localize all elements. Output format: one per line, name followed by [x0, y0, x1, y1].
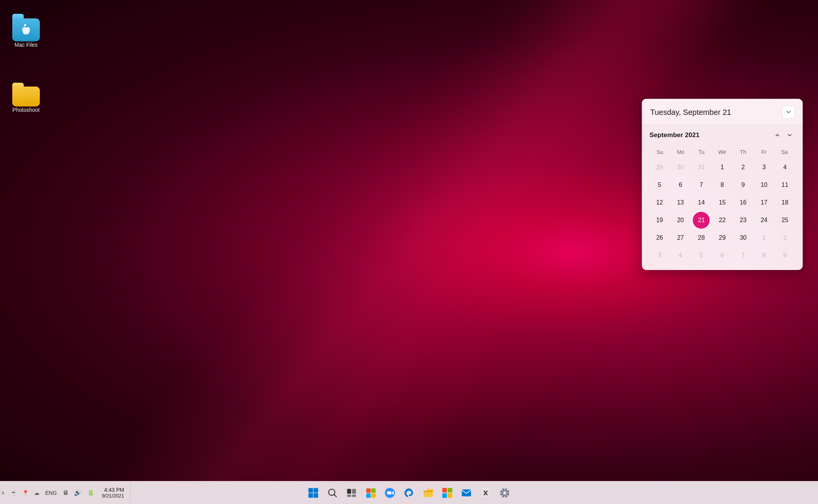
calendar-day[interactable]: 5: [651, 177, 668, 193]
calendar-day[interactable]: 4: [672, 247, 689, 264]
task-view-button[interactable]: [343, 484, 360, 501]
calendar-day[interactable]: 12: [651, 194, 668, 211]
calendar-day[interactable]: 8: [714, 177, 731, 193]
calendar-day[interactable]: 20: [672, 212, 689, 229]
svg-rect-6: [347, 489, 351, 494]
calendar-header: Tuesday, September 21: [642, 99, 803, 124]
photoshoot-folder-image: [12, 83, 40, 106]
svg-point-24: [503, 491, 507, 494]
edge-icon: [404, 488, 414, 498]
weekday-we: We: [712, 147, 733, 157]
unknown-app-button[interactable]: [477, 484, 494, 501]
calendar-day[interactable]: 25: [777, 212, 793, 229]
calendar-day[interactable]: 10: [756, 177, 772, 193]
svg-line-5: [334, 494, 337, 497]
svg-rect-16: [424, 491, 433, 492]
tray-overflow-button[interactable]: ∧: [0, 489, 6, 496]
system-tray: ∧ ☕ 📍 ☁ ENG 🖥 🔊 🔋 4:43 PM 9/21/2021: [0, 484, 133, 501]
weekday-sa: Sa: [774, 147, 795, 157]
calendar-next-button[interactable]: [784, 130, 795, 141]
calendar-expand-button[interactable]: [782, 106, 795, 119]
calendar-day[interactable]: 7: [693, 177, 710, 193]
weekday-th: Th: [733, 147, 753, 157]
chevron-up-icon: [775, 133, 780, 137]
start-button[interactable]: [305, 484, 322, 501]
calendar-day[interactable]: 30: [735, 229, 752, 246]
calendar-day[interactable]: 17: [756, 194, 772, 211]
mac-files-label: Mac Files: [15, 41, 38, 48]
calendar-day[interactable]: 15: [714, 194, 731, 211]
tray-battery-icon[interactable]: 🔋: [86, 488, 96, 497]
app-icon: [480, 488, 491, 498]
microsoft-store-icon: [442, 488, 453, 498]
calendar-month-title: September 2021: [649, 131, 699, 139]
task-view-icon: [346, 488, 357, 498]
mac-files-icon[interactable]: Mac Files: [7, 11, 45, 51]
calendar-day-today[interactable]: 21: [693, 212, 710, 229]
calendar-day[interactable]: 2: [777, 229, 793, 246]
svg-rect-12: [366, 493, 371, 498]
calendar-day[interactable]: 28: [693, 229, 710, 246]
mail-icon: [461, 488, 472, 498]
file-explorer-button[interactable]: [420, 484, 437, 501]
calendar-day[interactable]: 6: [672, 177, 689, 193]
tray-display-icon[interactable]: 🖥: [61, 489, 70, 497]
svg-rect-1: [314, 488, 318, 493]
svg-rect-11: [371, 488, 376, 493]
calendar-prev-button[interactable]: [772, 130, 783, 141]
calendar-day[interactable]: 23: [735, 212, 752, 229]
calendar-grid: Su Mo Tu We Th Fr Sa 29 30 31 1 2 3: [649, 147, 795, 264]
calendar-day[interactable]: 6: [714, 247, 731, 264]
calendar-day[interactable]: 7: [735, 247, 752, 264]
settings-button[interactable]: [496, 484, 513, 501]
language-indicator[interactable]: ENG: [44, 489, 58, 497]
svg-rect-20: [448, 493, 452, 498]
clock-area[interactable]: 4:43 PM 9/21/2021: [99, 487, 127, 499]
windows-logo-icon: [308, 488, 319, 498]
calendar-day[interactable]: 11: [777, 177, 793, 193]
clock-time: 4:43 PM: [104, 487, 124, 493]
microsoft-365-button[interactable]: [362, 484, 379, 501]
photoshoot-icon[interactable]: Photoshoot: [7, 80, 45, 116]
calendar-day[interactable]: 29: [651, 159, 668, 176]
tray-cloud-icon[interactable]: ☁: [33, 489, 41, 497]
calendar-month-nav: September 2021: [649, 130, 795, 141]
calendar-day[interactable]: 26: [651, 229, 668, 246]
mail-button[interactable]: [458, 484, 475, 501]
calendar-day[interactable]: 1: [756, 229, 772, 246]
calendar-day[interactable]: 22: [714, 212, 731, 229]
chevron-down-nav-icon: [787, 133, 792, 137]
svg-rect-17: [442, 488, 447, 493]
calendar-day[interactable]: 5: [693, 247, 710, 264]
calendar-day[interactable]: 24: [756, 212, 772, 229]
calendar-day[interactable]: 18: [777, 194, 793, 211]
calendar-day[interactable]: 8: [756, 247, 772, 264]
calendar-day[interactable]: 16: [735, 194, 752, 211]
calendar-day[interactable]: 9: [735, 177, 752, 193]
zoom-button[interactable]: [381, 484, 398, 501]
calendar-day[interactable]: 4: [777, 159, 793, 176]
calendar-day[interactable]: 30: [672, 159, 689, 176]
svg-rect-7: [352, 489, 356, 494]
tray-app-icon[interactable]: ☕: [9, 489, 18, 497]
calendar-day[interactable]: 3: [651, 247, 668, 264]
tray-volume-icon[interactable]: 🔊: [73, 488, 83, 497]
show-desktop-button[interactable]: [130, 484, 133, 501]
clock-date: 9/21/2021: [102, 493, 124, 499]
calendar-day[interactable]: 29: [714, 229, 731, 246]
calendar-day[interactable]: 3: [756, 159, 772, 176]
search-button[interactable]: [324, 484, 341, 501]
calendar-day[interactable]: 1: [714, 159, 731, 176]
calendar-day[interactable]: 9: [777, 247, 793, 264]
calendar-day[interactable]: 2: [735, 159, 752, 176]
calendar-day[interactable]: 27: [672, 229, 689, 246]
calendar-day[interactable]: 19: [651, 212, 668, 229]
calendar-day[interactable]: 13: [672, 194, 689, 211]
svg-rect-9: [352, 494, 356, 497]
calendar-day[interactable]: 14: [693, 194, 710, 211]
microsoft-store-button[interactable]: [439, 484, 456, 501]
tray-maps-icon[interactable]: 📍: [21, 489, 30, 497]
edge-button[interactable]: [401, 484, 417, 501]
calendar-day[interactable]: 31: [693, 159, 710, 176]
calendar-nav-buttons: [772, 130, 795, 141]
